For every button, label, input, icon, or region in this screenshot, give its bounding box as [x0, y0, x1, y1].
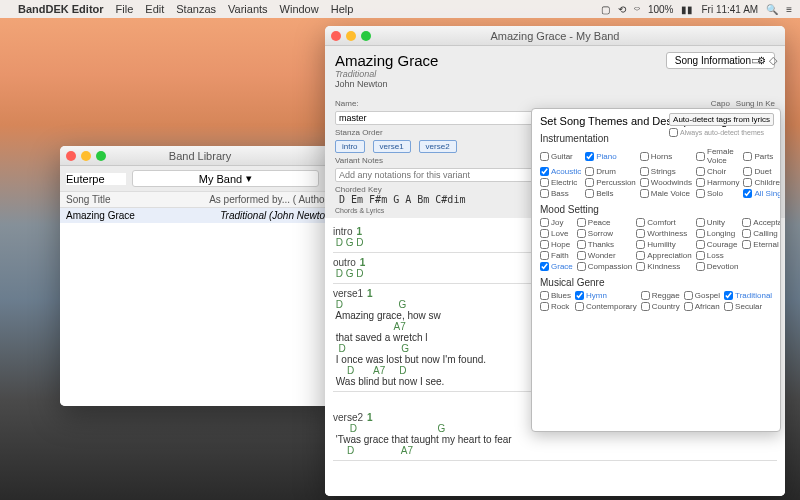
- name-label: Name:: [335, 99, 359, 108]
- instr-checkbox[interactable]: Bells: [585, 189, 636, 198]
- mood-checkbox[interactable]: Loss: [696, 251, 739, 260]
- zoom-icon[interactable]: [361, 31, 371, 41]
- instr-checkbox[interactable]: Woodwinds: [640, 178, 692, 187]
- mood-checkbox[interactable]: Appreciation: [636, 251, 691, 260]
- chorded-key-label: Chorded Key: [335, 185, 382, 194]
- mood-checkbox[interactable]: Eternal: [742, 240, 781, 249]
- song-info-label: Song Information: [675, 55, 751, 66]
- mood-checkbox[interactable]: Sorrow: [577, 229, 632, 238]
- col-song-title[interactable]: Song Title: [66, 194, 209, 205]
- always-auto-detect-checkbox[interactable]: Always auto-detect themes: [669, 128, 774, 137]
- menu-help[interactable]: Help: [331, 3, 354, 15]
- mood-checkbox[interactable]: Love: [540, 229, 573, 238]
- instr-checkbox[interactable]: Parts: [743, 147, 781, 165]
- chevron-down-icon: ▾: [246, 172, 252, 185]
- auto-detect-button[interactable]: Auto-detect tags from lyrics: [669, 113, 774, 126]
- instr-checkbox[interactable]: Bass: [540, 189, 581, 198]
- mood-heading: Mood Setting: [540, 204, 772, 215]
- close-icon[interactable]: [331, 31, 341, 41]
- genre-checkbox[interactable]: Contemporary: [575, 302, 637, 311]
- menu-variants[interactable]: Variants: [228, 3, 268, 15]
- editor-titlebar[interactable]: Amazing Grace - My Band: [325, 26, 785, 46]
- wifi-icon[interactable]: ⌔: [634, 4, 640, 15]
- instr-checkbox[interactable]: Choir: [696, 167, 739, 176]
- menu-file[interactable]: File: [116, 3, 134, 15]
- battery-pct: 100%: [648, 4, 674, 15]
- stanza-tag-verse2[interactable]: verse2: [419, 140, 457, 153]
- genre-checkbox[interactable]: Country: [641, 302, 680, 311]
- instr-checkbox[interactable]: Electric: [540, 178, 581, 187]
- genre-checkbox[interactable]: Reggae: [641, 291, 680, 300]
- capo-label: Capo: [711, 99, 730, 108]
- genre-checkbox[interactable]: Gospel: [684, 291, 720, 300]
- instr-checkbox[interactable]: Strings: [640, 167, 692, 176]
- genre-checkbox[interactable]: Rock: [540, 302, 571, 311]
- sungin-label: Sung in Ke: [736, 99, 775, 108]
- instr-checkbox[interactable]: Drum: [585, 167, 636, 176]
- instr-checkbox[interactable]: All Sing: [743, 189, 781, 198]
- instr-checkbox[interactable]: Children: [743, 178, 781, 187]
- mood-checkbox[interactable]: Peace: [577, 218, 632, 227]
- airplay-icon[interactable]: ▢: [601, 4, 610, 15]
- battery-icon: ▮▮: [681, 4, 693, 15]
- mood-checkbox[interactable]: Joy: [540, 218, 573, 227]
- instr-checkbox[interactable]: Female Voice: [696, 147, 739, 165]
- instr-checkbox[interactable]: Horns: [640, 147, 692, 165]
- instr-checkbox[interactable]: Piano: [585, 147, 636, 165]
- mood-checkbox[interactable]: Longing: [696, 229, 739, 238]
- instr-checkbox[interactable]: Duet: [743, 167, 781, 176]
- genre-checkbox[interactable]: Hymn: [575, 291, 637, 300]
- mood-checkbox[interactable]: Courage: [696, 240, 739, 249]
- instr-checkbox[interactable]: Male Voice: [640, 189, 692, 198]
- mood-checkbox[interactable]: Compassion: [577, 262, 632, 271]
- mood-checkbox[interactable]: Thanks: [577, 240, 632, 249]
- mood-checkbox[interactable]: [742, 251, 781, 260]
- mood-checkbox[interactable]: Wonder: [577, 251, 632, 260]
- mood-checkbox[interactable]: Calling: [742, 229, 781, 238]
- instr-checkbox[interactable]: Percussion: [585, 178, 636, 187]
- instr-checkbox[interactable]: Guitar: [540, 147, 581, 165]
- instr-checkbox[interactable]: Harmony: [696, 178, 739, 187]
- instr-checkbox[interactable]: Solo: [696, 189, 739, 198]
- minimize-icon[interactable]: [81, 151, 91, 161]
- stanza-tag-verse1[interactable]: verse1: [373, 140, 411, 153]
- close-icon[interactable]: [66, 151, 76, 161]
- zoom-icon[interactable]: [96, 151, 106, 161]
- app-name[interactable]: BandDEK Editor: [18, 3, 104, 15]
- clock[interactable]: Fri 11:41 AM: [701, 4, 758, 15]
- menu-edit[interactable]: Edit: [145, 3, 164, 15]
- genre-checkbox[interactable]: Traditional: [724, 291, 772, 300]
- genre-checkbox[interactable]: Secular: [724, 302, 772, 311]
- menu-stanzas[interactable]: Stanzas: [176, 3, 216, 15]
- mood-checkbox[interactable]: Acceptance: [742, 218, 781, 227]
- mood-checkbox[interactable]: Hope: [540, 240, 573, 249]
- library-titlebar[interactable]: Band Library: [60, 146, 340, 166]
- col-performed-by[interactable]: As performed by... ( Author ): [209, 194, 334, 205]
- mood-checkbox[interactable]: Faith: [540, 251, 573, 260]
- genre-checkbox[interactable]: Blues: [540, 291, 571, 300]
- mood-checkbox[interactable]: Comfort: [636, 218, 691, 227]
- tag-icon[interactable]: ◇: [769, 54, 777, 67]
- band-select-label: My Band: [199, 173, 242, 185]
- mood-checkbox[interactable]: Grace: [540, 262, 573, 271]
- mood-checkbox[interactable]: [742, 262, 781, 271]
- lyric-line: 'Twas grace that taught my heart to fear: [333, 434, 777, 445]
- book-icon[interactable]: ▭: [751, 54, 761, 67]
- table-row[interactable]: Amazing Grace Traditional (John Newton): [60, 208, 340, 223]
- chord-line: D A7: [333, 445, 777, 456]
- sync-icon[interactable]: ⟲: [618, 4, 626, 15]
- mood-checkbox[interactable]: Kindness: [636, 262, 691, 271]
- mood-checkbox[interactable]: Unity: [696, 218, 739, 227]
- instr-checkbox[interactable]: Acoustic: [540, 167, 581, 176]
- library-user-field[interactable]: [66, 173, 126, 185]
- menu-window[interactable]: Window: [280, 3, 319, 15]
- notif-icon[interactable]: ≡: [786, 4, 792, 15]
- mood-checkbox[interactable]: Devotion: [696, 262, 739, 271]
- spotlight-icon[interactable]: 🔍: [766, 4, 778, 15]
- minimize-icon[interactable]: [346, 31, 356, 41]
- stanza-tag-intro[interactable]: intro: [335, 140, 365, 153]
- mood-checkbox[interactable]: Worthiness: [636, 229, 691, 238]
- band-select[interactable]: My Band▾: [132, 170, 319, 187]
- genre-checkbox[interactable]: African: [684, 302, 720, 311]
- mood-checkbox[interactable]: Humility: [636, 240, 691, 249]
